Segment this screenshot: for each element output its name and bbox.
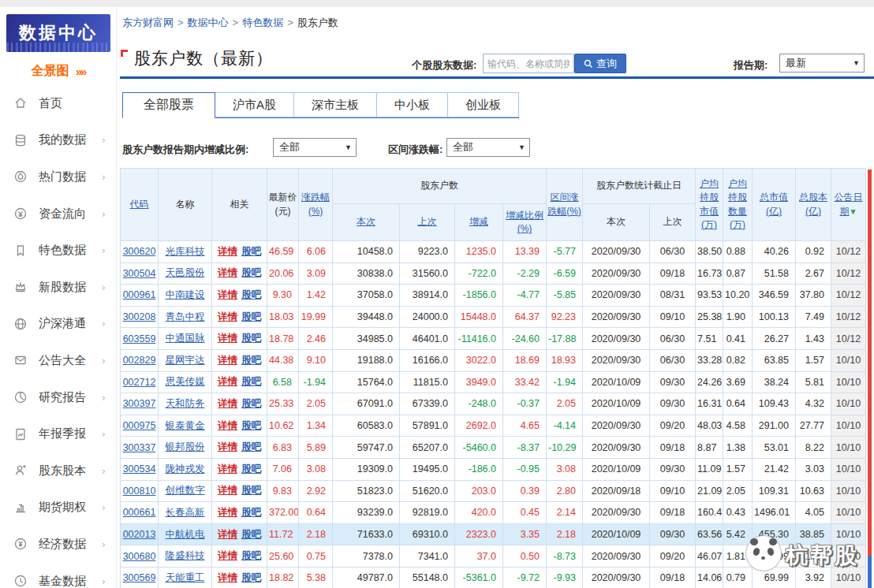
col-header-holders-cur[interactable]: 本次 bbox=[333, 204, 400, 241]
stock-name-link[interactable]: 中南建设 bbox=[166, 289, 205, 300]
detail-link[interactable]: 详情 bbox=[218, 572, 237, 583]
stock-code-link[interactable]: 300337 bbox=[123, 442, 156, 453]
report-period-select[interactable]: 最新 ▼ bbox=[779, 54, 865, 73]
tab-深市主板[interactable]: 深市主板 bbox=[294, 92, 377, 117]
detail-link[interactable]: 详情 bbox=[218, 420, 237, 431]
datacenter-logo[interactable]: 数据中心 bbox=[6, 14, 110, 52]
detail-link[interactable]: 详情 bbox=[218, 529, 237, 540]
guba-link[interactable]: 股吧 bbox=[241, 376, 261, 387]
guba-link[interactable]: 股吧 bbox=[241, 289, 261, 300]
guba-link[interactable]: 股吧 bbox=[241, 420, 261, 431]
sidebar-item-特色数据[interactable]: 特色数据› bbox=[0, 232, 117, 269]
stock-name-link[interactable]: 中通国脉 bbox=[166, 333, 205, 344]
tab-沪市A股[interactable]: 沪市A股 bbox=[215, 92, 294, 117]
sidebar-item-新股数据[interactable]: 新股数据› bbox=[0, 269, 117, 306]
stock-code-link[interactable]: 300397 bbox=[123, 398, 156, 409]
stock-search-input[interactable] bbox=[483, 54, 574, 73]
breadcrumb-link[interactable]: 东方财富网 bbox=[122, 17, 174, 28]
detail-link[interactable]: 详情 bbox=[218, 550, 237, 561]
guba-link[interactable]: 股吧 bbox=[241, 311, 261, 322]
detail-link[interactable]: 详情 bbox=[218, 267, 237, 278]
detail-link[interactable]: 详情 bbox=[218, 246, 237, 257]
stock-code-link[interactable]: 300569 bbox=[123, 572, 156, 583]
detail-link[interactable]: 详情 bbox=[218, 311, 237, 322]
detail-link[interactable]: 详情 bbox=[218, 485, 237, 496]
stock-name-link[interactable]: 星网宇达 bbox=[166, 355, 205, 366]
sidebar-item-期货期权[interactable]: 期货期权› bbox=[0, 489, 117, 527]
stock-code-link[interactable]: 000810 bbox=[123, 486, 156, 497]
search-button[interactable]: 查询 bbox=[574, 54, 626, 73]
stock-code-link[interactable]: 000975 bbox=[123, 420, 156, 431]
col-header-holders-ratio[interactable]: 增减比例(%) bbox=[503, 204, 547, 241]
stock-code-link[interactable]: 002013 bbox=[123, 529, 156, 540]
sidebar-item-首页[interactable]: 首页 bbox=[0, 85, 117, 122]
sidebar-item-沪深港通[interactable]: 沪深港通› bbox=[0, 306, 117, 343]
detail-link[interactable]: 详情 bbox=[218, 376, 237, 387]
col-header-holders-delta[interactable]: 增减 bbox=[455, 204, 503, 241]
stock-code-link[interactable]: 300504 bbox=[123, 268, 156, 279]
sidebar-item-基金数据[interactable]: 基金数据› bbox=[0, 563, 117, 588]
stock-code-link[interactable]: 002829 bbox=[123, 355, 156, 366]
tab-全部股票[interactable]: 全部股票 bbox=[122, 92, 215, 118]
stock-name-link[interactable]: 银泰黄金 bbox=[166, 420, 205, 431]
sidebar-item-公告大全[interactable]: 公告大全› bbox=[0, 342, 117, 379]
guba-link[interactable]: 股吧 bbox=[241, 572, 261, 583]
tab-中小板[interactable]: 中小板 bbox=[377, 92, 448, 117]
guba-link[interactable]: 股吧 bbox=[241, 267, 261, 278]
guba-link[interactable]: 股吧 bbox=[241, 485, 261, 496]
detail-link[interactable]: 详情 bbox=[218, 333, 237, 344]
col-header-code[interactable]: 代码 bbox=[121, 169, 159, 241]
stock-name-link[interactable]: 思美传媒 bbox=[166, 376, 205, 387]
stock-name-link[interactable]: 中航机电 bbox=[166, 529, 205, 540]
detail-link[interactable]: 详情 bbox=[218, 463, 237, 474]
breadcrumb-link[interactable]: 特色数据 bbox=[242, 17, 283, 28]
detail-link[interactable]: 详情 bbox=[218, 289, 237, 300]
guba-link[interactable]: 股吧 bbox=[241, 355, 261, 366]
stock-code-link[interactable]: 002712 bbox=[123, 377, 156, 388]
detail-link[interactable]: 详情 bbox=[218, 355, 237, 366]
holders-change-filter-select[interactable]: 全部 ▼ bbox=[273, 138, 357, 157]
guba-link[interactable]: 股吧 bbox=[241, 507, 261, 518]
col-header-range[interactable]: 区间涨跌幅(%) bbox=[547, 169, 583, 241]
detail-link[interactable]: 详情 bbox=[218, 507, 237, 518]
col-header-chg[interactable]: 涨跌幅(%) bbox=[299, 169, 333, 241]
guba-link[interactable]: 股吧 bbox=[241, 246, 261, 257]
stock-name-link[interactable]: 陇神戎发 bbox=[166, 463, 205, 474]
sidebar-item-研究报告[interactable]: 研究报告› bbox=[0, 379, 117, 416]
detail-link[interactable]: 详情 bbox=[218, 398, 237, 409]
sidebar-item-热门数据[interactable]: 热门数据› bbox=[0, 158, 117, 195]
stock-code-link[interactable]: 000661 bbox=[123, 507, 156, 518]
sidebar-item-股东股本[interactable]: 股东股本› bbox=[0, 452, 117, 489]
stock-name-link[interactable]: 创维数字 bbox=[166, 485, 205, 496]
stock-code-link[interactable]: 300680 bbox=[123, 551, 156, 562]
stock-name-link[interactable]: 青岛中程 bbox=[166, 311, 205, 322]
sidebar-item-panorama[interactable]: 全景图 »» bbox=[0, 59, 117, 83]
guba-link[interactable]: 股吧 bbox=[241, 398, 261, 409]
guba-link[interactable]: 股吧 bbox=[241, 529, 261, 540]
sidebar-item-经济数据[interactable]: 经济数据› bbox=[0, 526, 117, 563]
guba-link[interactable]: 股吧 bbox=[241, 441, 261, 452]
stock-name-link[interactable]: 天能重工 bbox=[166, 572, 205, 583]
guba-link[interactable]: 股吧 bbox=[241, 463, 261, 474]
stock-name-link[interactable]: 长春高新 bbox=[166, 507, 205, 518]
stock-code-link[interactable]: 300620 bbox=[123, 246, 156, 257]
col-header-avg-qty[interactable]: 户均持股数量(万) bbox=[723, 169, 753, 241]
stock-name-link[interactable]: 天邑股份 bbox=[166, 267, 205, 278]
range-change-filter-select[interactable]: 全部 ▼ bbox=[446, 138, 530, 157]
stock-name-link[interactable]: 光库科技 bbox=[166, 246, 205, 257]
col-header-pubdate[interactable]: 公告日期▼ bbox=[831, 169, 866, 241]
breadcrumb-link[interactable]: 数据中心 bbox=[188, 17, 229, 28]
col-header-avg-value[interactable]: 户均持股市值(万) bbox=[696, 169, 723, 241]
stock-code-link[interactable]: 603559 bbox=[123, 333, 156, 344]
stock-code-link[interactable]: 300534 bbox=[123, 463, 156, 474]
stock-code-link[interactable]: 300208 bbox=[123, 311, 156, 322]
stock-name-link[interactable]: 天和防务 bbox=[166, 398, 205, 409]
stock-code-link[interactable]: 000961 bbox=[123, 289, 156, 300]
sidebar-item-我的数据[interactable]: 我的数据› bbox=[0, 122, 117, 159]
stock-name-link[interactable]: 隆盛科技 bbox=[166, 550, 205, 561]
guba-link[interactable]: 股吧 bbox=[241, 333, 261, 344]
tab-创业板[interactable]: 创业板 bbox=[448, 92, 519, 117]
col-header-mcap[interactable]: 总市值(亿) bbox=[753, 169, 796, 241]
detail-link[interactable]: 详情 bbox=[218, 441, 237, 452]
sidebar-item-年报季报[interactable]: 年报季报› bbox=[0, 415, 117, 452]
